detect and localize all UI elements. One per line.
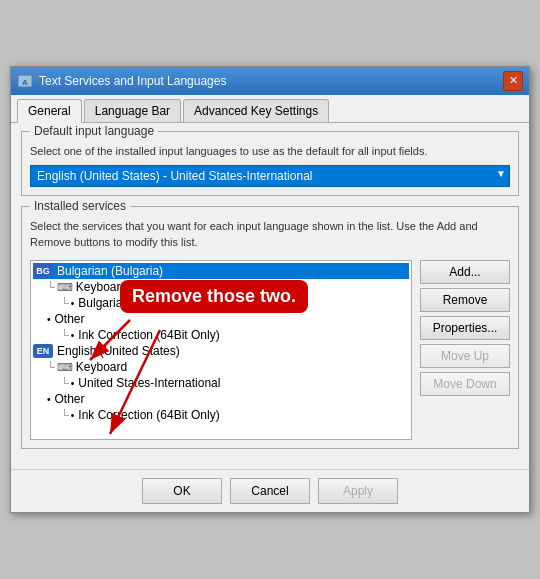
move-down-button[interactable]: Move Down: [420, 372, 510, 396]
en-lang-text: English (United States): [57, 344, 180, 358]
apply-button[interactable]: Apply: [318, 478, 398, 504]
bg-phonetic-text: Bulgarian (Phonetic): [78, 296, 187, 310]
ok-button[interactable]: OK: [142, 478, 222, 504]
title-bar: A Text Services and Input Languages ✕: [11, 67, 529, 95]
tree-item-en-ink[interactable]: └ • Ink Correction (64Bit Only): [61, 407, 409, 423]
tab-general[interactable]: General: [17, 99, 82, 123]
default-input-label: Default input language: [30, 124, 158, 138]
dialog-title: Text Services and Input Languages: [39, 74, 226, 88]
services-tree[interactable]: BG Bulgarian (Bulgaria) └ ⌨ Keyboard └: [30, 260, 412, 440]
keyboard-icon-en: ⌨: [57, 361, 73, 374]
dialog-window: A Text Services and Input Languages ✕ Ge…: [10, 66, 530, 513]
bg-keyboard-text: Keyboard: [76, 280, 127, 294]
remove-button[interactable]: Remove: [420, 288, 510, 312]
installed-services-desc: Select the services that you want for ea…: [30, 219, 510, 250]
tree-item-en-lang[interactable]: EN English (United States): [33, 343, 409, 359]
bg-badge: BG: [33, 264, 53, 278]
tree-item-en-intl[interactable]: └ • United States-International: [61, 375, 409, 391]
dialog-icon: A: [17, 73, 33, 89]
tree-item-en-keyboard[interactable]: └ ⌨ Keyboard: [47, 359, 409, 375]
installed-services-label: Installed services: [30, 199, 130, 213]
properties-button[interactable]: Properties...: [420, 316, 510, 340]
en-badge: EN: [33, 344, 53, 358]
en-other-text: Other: [55, 392, 85, 406]
action-buttons: Add... Remove Properties... Move Up Move…: [420, 260, 510, 440]
cancel-button[interactable]: Cancel: [230, 478, 310, 504]
bg-lang-text: Bulgarian (Bulgaria): [57, 264, 163, 278]
add-button[interactable]: Add...: [420, 260, 510, 284]
tree-item-bg-ink[interactable]: └ • Ink Correction (64Bit Only): [61, 327, 409, 343]
default-input-desc: Select one of the installed input langua…: [30, 144, 510, 159]
bottom-buttons: OK Cancel Apply: [11, 469, 529, 512]
installed-services-group: Installed services Select the services t…: [21, 206, 519, 449]
tree-item-bg-lang[interactable]: BG Bulgarian (Bulgaria): [33, 263, 409, 279]
default-language-dropdown[interactable]: English (United States) - United States-…: [30, 165, 510, 187]
en-ink-text: Ink Correction (64Bit Only): [78, 408, 219, 422]
bg-other-text: Other: [55, 312, 85, 326]
svg-text:A: A: [22, 78, 28, 87]
close-button[interactable]: ✕: [503, 71, 523, 91]
tree-item-en-other[interactable]: • Other: [47, 391, 409, 407]
tab-advanced-key-settings[interactable]: Advanced Key Settings: [183, 99, 329, 122]
dialog-body: Default input language Select one of the…: [11, 123, 529, 469]
tab-language-bar[interactable]: Language Bar: [84, 99, 181, 122]
bg-ink-text: Ink Correction (64Bit Only): [78, 328, 219, 342]
default-input-group: Default input language Select one of the…: [21, 131, 519, 196]
installed-area: BG Bulgarian (Bulgaria) └ ⌨ Keyboard └: [30, 260, 510, 440]
move-up-button[interactable]: Move Up: [420, 344, 510, 368]
tree-item-bg-phonetic[interactable]: └ • Bulgarian (Phonetic): [61, 295, 409, 311]
tree-item-bg-keyboard[interactable]: └ ⌨ Keyboard: [47, 279, 409, 295]
keyboard-icon-bg: ⌨: [57, 281, 73, 294]
en-keyboard-text: Keyboard: [76, 360, 127, 374]
tree-item-bg-other[interactable]: • Other: [47, 311, 409, 327]
en-intl-text: United States-International: [78, 376, 220, 390]
tabs-bar: General Language Bar Advanced Key Settin…: [11, 95, 529, 123]
